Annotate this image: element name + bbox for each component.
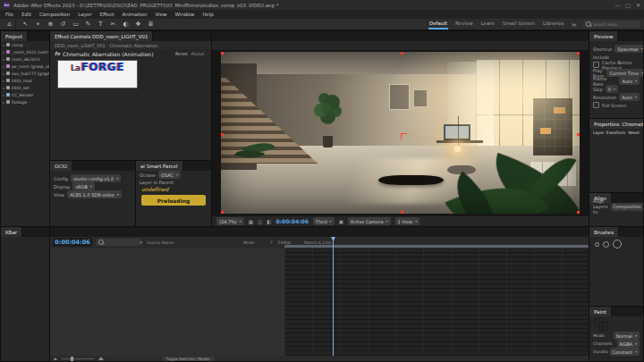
preloading-button[interactable]: Preloading (141, 195, 206, 206)
workspace-tab-review[interactable]: Review (454, 19, 474, 29)
menu-window[interactable]: Window (175, 12, 195, 17)
color-swatches[interactable] (595, 318, 607, 330)
project-item[interactable]: ▸comp (1, 41, 49, 48)
viewer-timecode[interactable]: 0:00:04:06 (275, 218, 308, 224)
tab-smart-parcel[interactable]: ai Smart Parcel (136, 161, 183, 171)
ocio-config-dropdown[interactable]: studio-config-v1.0 (71, 174, 121, 182)
toggle-switches-button[interactable]: Toggle Switches / Modes (162, 357, 215, 361)
layer-handle[interactable] (577, 52, 580, 55)
workspace-tab-small-screen[interactable]: Small Screen (502, 19, 536, 29)
menu-edit[interactable]: Edit (21, 12, 31, 17)
workspace-tab-libraries[interactable]: Libraries (542, 19, 565, 29)
zoom-dropdown[interactable]: (24.7%) (216, 217, 244, 225)
pen-tool-icon[interactable]: ✎ (82, 20, 94, 29)
tab-project[interactable]: Project (1, 31, 28, 41)
help-search-input[interactable]: Search Help (583, 21, 640, 28)
current-time-indicator[interactable] (333, 237, 334, 356)
layer-handle[interactable] (577, 133, 580, 136)
menu-effect[interactable]: Effect (100, 12, 114, 17)
timeline-search-input[interactable] (96, 239, 140, 246)
tab-properties[interactable]: Properties: Chromatic aberration (589, 119, 643, 129)
menu-help[interactable]: Help (202, 12, 214, 17)
menu-animation[interactable]: Animation (122, 12, 147, 17)
project-item[interactable]: ▸DDD_mod (1, 77, 49, 84)
project-item[interactable]: ▸CC_Render (1, 91, 49, 98)
layer-handle[interactable] (401, 211, 403, 214)
resolution-dropdown[interactable]: Third (313, 217, 335, 225)
roi-icon[interactable]: ▣ (339, 219, 343, 224)
tab-effect-controls[interactable]: Effect Controls DDD_room_LIGHT_V01 (50, 31, 153, 41)
composition-viewer[interactable] (212, 50, 589, 215)
tab-preview[interactable]: Preview (589, 31, 618, 41)
layer-handle[interactable] (221, 52, 224, 55)
timeline-graph[interactable] (284, 248, 589, 356)
foreground-color-swatch[interactable] (595, 318, 604, 327)
current-time-field[interactable]: 0:00:04:06 (53, 238, 92, 247)
camera-dropdown[interactable]: Active Camera (348, 217, 391, 225)
type-tool-icon[interactable]: T (95, 20, 106, 29)
zoom-out-icon[interactable] (54, 358, 57, 360)
zoom-in-icon[interactable] (98, 357, 104, 360)
grid-icon[interactable]: ▦ (249, 219, 253, 224)
column-t[interactable]: T (270, 240, 277, 245)
menu-view[interactable]: View (155, 12, 166, 17)
workspace-tab-learn[interactable]: Learn (480, 19, 496, 29)
minimize-icon[interactable]: — (614, 2, 620, 8)
transform-reset-button[interactable]: Reset (628, 130, 640, 135)
scissors-tool-icon[interactable]: ✂ (107, 20, 119, 29)
tab-kbar[interactable]: KBar (1, 227, 22, 237)
layer-handle[interactable] (401, 52, 403, 55)
view-layout-dropdown[interactable]: 1 View (395, 217, 420, 225)
selection-tool-icon[interactable]: ↖ (20, 20, 31, 29)
skip-dropdown[interactable]: 0 (606, 85, 618, 93)
rotation-tool-icon[interactable]: ↺ (57, 20, 69, 29)
menu-composition[interactable]: Composition (39, 12, 70, 17)
layer-handle[interactable] (221, 133, 224, 136)
project-item[interactable]: ▸_room_0322 (vetri+oggetti) (1, 48, 49, 55)
column-source-name[interactable]: Source Name (147, 240, 243, 245)
brush-preview-large[interactable] (613, 240, 622, 248)
brush-preview-medium[interactable] (603, 241, 609, 248)
close-icon[interactable]: ✕ (636, 2, 640, 8)
maximize-icon[interactable]: □ (625, 2, 631, 8)
menu-file[interactable]: File (5, 12, 13, 17)
ocio-view-dropdown[interactable]: ACES 1.0 SDR-video (67, 190, 122, 198)
shape-tool-icon[interactable]: ▭ (70, 20, 81, 29)
layer-handle[interactable] (221, 211, 224, 214)
home-icon[interactable]: ⌂ (4, 20, 16, 29)
puppet-tool-icon[interactable]: ❖ (132, 20, 144, 29)
align-to-dropdown[interactable]: Composition (611, 203, 643, 211)
work-area-bar[interactable] (284, 245, 589, 248)
workspace-overflow-icon[interactable]: ≫ (572, 21, 577, 28)
framerate-dropdown[interactable]: Auto (619, 77, 640, 85)
zoom-tool-icon[interactable]: ⌖ (32, 20, 44, 29)
tab-ocio[interactable]: OCIO (50, 161, 72, 171)
project-item[interactable]: ▸DDD_set (1, 84, 49, 91)
layer-handle[interactable] (577, 211, 580, 214)
menu-layer[interactable]: Layer (78, 12, 91, 17)
project-item[interactable]: ▸footage (1, 98, 49, 105)
orbit-camera-tool-icon[interactable]: ⊕ (45, 20, 56, 29)
preview-resolution-dropdown[interactable]: Auto (619, 93, 640, 101)
ocio-display-dropdown[interactable]: sRGB (72, 182, 94, 190)
mask-tool-icon[interactable]: ◐ (120, 20, 131, 29)
channels-icon[interactable]: ◧ (267, 219, 271, 224)
shortcut-dropdown[interactable]: Spacebar (614, 45, 643, 53)
project-item[interactable]: ▸xxx_hub777 (graph) (1, 70, 49, 77)
tab-paint[interactable]: Paint (589, 307, 612, 316)
snapshot-icon[interactable]: ◫ (258, 219, 262, 224)
effect-reset-button[interactable]: Reset (175, 51, 188, 56)
rendered-frame[interactable] (221, 52, 580, 214)
paint-duration-dropdown[interactable]: Constant (610, 348, 640, 356)
tool-menu-icon[interactable]: ≣ (145, 20, 157, 29)
fullscreen-checkbox[interactable] (593, 102, 599, 108)
column-mode[interactable]: Mode (243, 240, 270, 245)
paint-channels-dropdown[interactable]: RGBA (617, 340, 640, 348)
tab-brushes[interactable]: Brushes (589, 227, 619, 237)
engine-dropdown[interactable]: OSAC (158, 171, 181, 179)
brush-preview-small[interactable] (595, 242, 599, 247)
effect-about-link[interactable]: About.. (191, 51, 207, 56)
project-item[interactable]: ▸room_AE2023 (1, 55, 49, 63)
workspace-tab-default[interactable]: Default (428, 19, 448, 29)
project-item[interactable]: ▸pe_room (grasp_obj/group) (1, 63, 49, 70)
